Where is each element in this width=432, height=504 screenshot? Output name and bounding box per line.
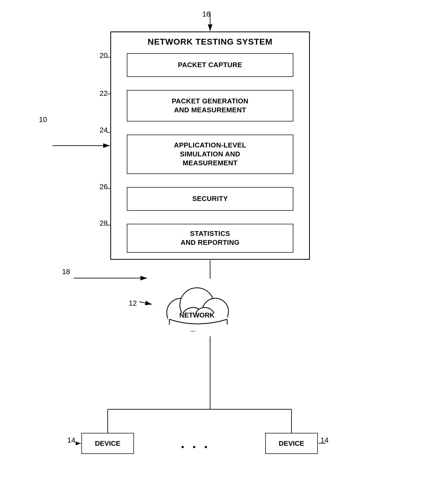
ref-label-12: 12 [129, 299, 137, 307]
module-packet-capture-label: PACKET CAPTURE [178, 61, 242, 70]
module-packet-capture: PACKET CAPTURE [127, 53, 293, 77]
ref-label-22: 22 [100, 89, 108, 98]
module-app-level-label: APPLICATION-LEVELSIMULATION ANDMEASUREME… [174, 141, 246, 167]
nts-title: NETWORK TESTING SYSTEM [111, 37, 309, 47]
module-security-label: SECURITY [192, 194, 228, 203]
ref-label-14-right: 14 [320, 436, 329, 444]
module-packet-generation: PACKET GENERATIONAND MEASUREMENT [127, 90, 293, 121]
module-app-level: APPLICATION-LEVELSIMULATION ANDMEASUREME… [127, 135, 293, 174]
dots-between-devices: • • • [181, 442, 210, 452]
ref-label-10: 10 [39, 115, 47, 124]
device-left: DEVICE [81, 433, 134, 454]
ref-label-28: 28 [100, 219, 108, 227]
ref-label-18: 18 [62, 268, 70, 276]
ref-label-16: 16 [202, 10, 210, 18]
module-security: SECURITY [127, 187, 293, 211]
module-stats: STATISTICSAND REPORTING [127, 224, 293, 253]
ref-label-14-left: 14 [67, 436, 75, 444]
ref-label-26: 26 [100, 183, 108, 191]
device-left-label: DEVICE [95, 439, 121, 448]
diagram: 16 NETWORK TESTING SYSTEM PACKET CAPTURE… [0, 0, 432, 504]
module-packet-gen-label: PACKET GENERATIONAND MEASUREMENT [172, 97, 248, 115]
ref-label-20: 20 [100, 51, 108, 60]
device-right: DEVICE [265, 433, 318, 454]
device-right-label: DEVICE [279, 439, 304, 448]
svg-text:NETWORK: NETWORK [179, 311, 215, 319]
module-stats-label: STATISTICSAND REPORTING [181, 229, 240, 247]
network-cloud: NETWORK [155, 279, 239, 339]
svg-line-5 [139, 302, 152, 304]
nts-box: NETWORK TESTING SYSTEM PACKET CAPTURE PA… [110, 31, 310, 260]
ref-label-24: 24 [100, 126, 108, 134]
